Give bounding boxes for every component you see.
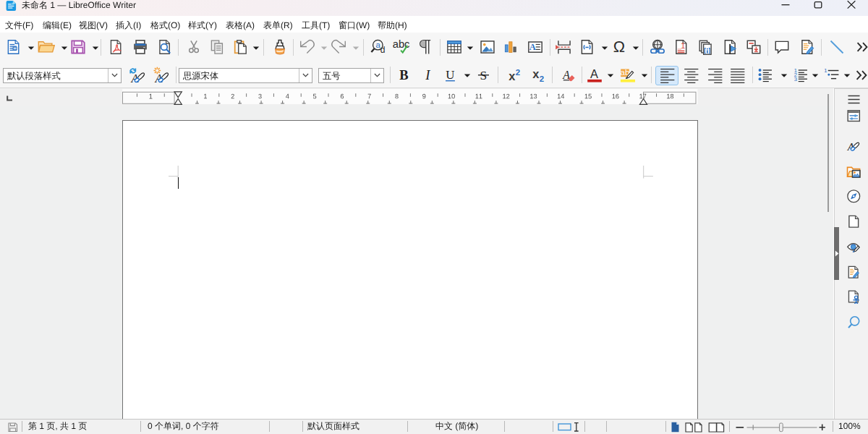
svg-text:2: 2 (516, 67, 520, 76)
svg-text:3: 3 (794, 75, 797, 82)
svg-text:x: x (509, 69, 515, 82)
svg-text:abc: abc (393, 38, 409, 50)
svg-text:U: U (446, 67, 454, 81)
svg-text:1: 1 (824, 67, 827, 73)
svg-text:d: d (380, 45, 386, 55)
svg-text:Ω: Ω (613, 38, 625, 56)
svg-text:A: A (529, 42, 536, 52)
svg-text:x: x (532, 67, 539, 80)
svg-text:I: I (425, 67, 430, 82)
svg-text:A: A (590, 67, 598, 80)
svg-text:2: 2 (540, 75, 544, 83)
svg-text:1: 1 (681, 41, 685, 50)
svg-text:B: B (399, 67, 408, 82)
